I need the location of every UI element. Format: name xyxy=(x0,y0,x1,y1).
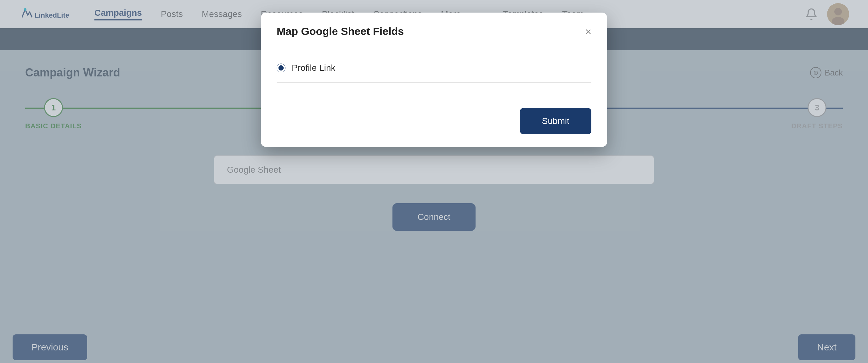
modal-header: Map Google Sheet Fields × xyxy=(261,12,607,47)
submit-button[interactable]: Submit xyxy=(520,108,591,134)
modal-close-button[interactable]: × xyxy=(585,26,591,37)
modal-title: Map Google Sheet Fields xyxy=(277,25,404,37)
modal-body: Profile Link xyxy=(261,47,607,102)
profile-link-radio-option: Profile Link xyxy=(277,63,591,73)
modal-footer: Submit xyxy=(261,102,607,147)
modal-divider xyxy=(277,82,591,83)
profile-link-label: Profile Link xyxy=(292,63,336,73)
profile-link-radio[interactable] xyxy=(277,64,285,72)
modal: Map Google Sheet Fields × Profile Link S… xyxy=(261,12,607,147)
modal-overlay: Map Google Sheet Fields × Profile Link S… xyxy=(0,0,868,363)
